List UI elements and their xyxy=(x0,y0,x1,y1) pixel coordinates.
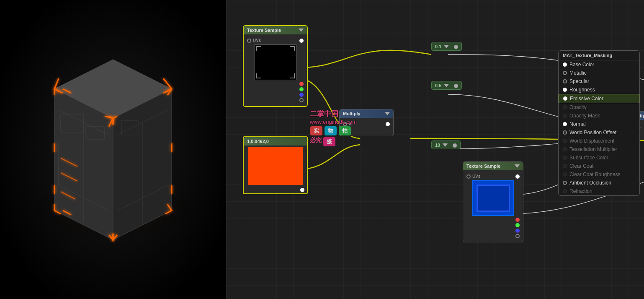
mat-pin-wpo-label: World Position Offset xyxy=(569,130,616,135)
mat-pin-opacity[interactable]: Opacity xyxy=(559,103,639,112)
pin-uvs[interactable] xyxy=(247,39,251,43)
mat-pin-specular[interactable]: Specular xyxy=(559,77,639,86)
texture-sample-1-title: Texture Sample xyxy=(247,28,281,33)
const-01-arrow[interactable] xyxy=(444,45,449,48)
pin-b[interactable] xyxy=(299,93,304,97)
mat-pin-normal-dot xyxy=(563,122,567,126)
multiply-1-header: Multiply xyxy=(340,109,393,118)
mat-pin-opacity-mask[interactable]: Opacity Mask xyxy=(559,112,639,120)
multiply-1-node[interactable]: Multiply A B xyxy=(339,109,394,136)
mat-pin-ao-label: Ambient Occlusion xyxy=(569,180,611,186)
mat-pin-normal[interactable]: Normal xyxy=(559,120,639,128)
mul1-out[interactable] xyxy=(386,122,390,126)
tex2-uvs-pin[interactable] xyxy=(466,174,471,179)
texture-sample-1-header: Texture Sample xyxy=(244,26,307,34)
material-output-node[interactable]: MAT_Texture_Masking Base Color Metallic … xyxy=(558,50,640,196)
mat-pin-basecolor-dot xyxy=(563,62,567,67)
mat-pin-subsurface-label: Subsurface Color xyxy=(569,155,608,161)
tex2-b-pin[interactable] xyxy=(515,229,520,233)
mat-pin-refraction[interactable]: Refraction xyxy=(559,187,639,195)
mat-pin-opacity-label: Opacity xyxy=(569,104,587,110)
mat-pin-roughness[interactable]: Roughness xyxy=(559,86,639,94)
badge-shi: 实 xyxy=(310,126,322,135)
badge-bi: 必究 xyxy=(310,137,322,147)
mat-pin-roughness-dot xyxy=(563,88,567,92)
const-10-arrow[interactable] xyxy=(443,143,448,147)
preview-panel xyxy=(0,0,226,299)
mat-pin-tess-label: Tessellation Multiplier xyxy=(569,146,617,152)
pin-uvs-label: UVs xyxy=(253,38,261,43)
graph-panel[interactable]: Texture Sample UVs xyxy=(226,0,644,299)
mat-pin-opacity-mask-dot xyxy=(563,114,567,118)
mat-pin-tess[interactable]: Tessellation Multiplier xyxy=(559,145,639,153)
color-out-pin[interactable] xyxy=(300,188,304,192)
tex2-a-pin[interactable] xyxy=(515,234,520,238)
mat-pin-refraction-label: Refraction xyxy=(569,188,592,194)
mat-pin-metallic-dot xyxy=(563,71,567,75)
color-const-node[interactable]: 1,0.0462,0 xyxy=(243,136,308,194)
cube-preview xyxy=(21,34,205,265)
mat-output-title: MAT_Texture_Masking xyxy=(563,53,612,58)
mul1-pin-b-label: B xyxy=(349,127,352,132)
mat-pin-clearcoat-label: Clear Coat xyxy=(569,163,593,169)
mul1-pin-b-in[interactable] xyxy=(343,128,347,132)
mat-pin-wd-label: World Displacement xyxy=(569,138,614,144)
pin-out-white[interactable] xyxy=(299,39,304,43)
const-01-node[interactable]: 0.1 xyxy=(431,42,462,51)
mat-pin-subsurface[interactable]: Subsurface Color xyxy=(559,153,639,162)
mat-pin-opacity-mask-label: Opacity Mask xyxy=(569,113,600,119)
mat-pin-ccr[interactable]: Clear Coat Roughness xyxy=(559,170,639,179)
mul1-pin-a-label: A xyxy=(349,122,352,126)
mat-pin-refraction-dot xyxy=(563,189,567,193)
mat-pin-ao[interactable]: Ambient Occlusion xyxy=(559,179,639,187)
mat-pin-metallic-label: Metallic xyxy=(569,70,587,76)
tex2-out-white[interactable] xyxy=(515,174,520,179)
texture-preview-1 xyxy=(255,44,296,80)
tex2-uvs-label: UVs xyxy=(472,174,480,179)
pin-a[interactable] xyxy=(299,98,304,102)
mat-pin-clearcoat[interactable]: Clear Coat xyxy=(559,162,639,170)
cube-svg xyxy=(21,34,205,265)
mat-pin-specular-dot xyxy=(563,79,567,83)
mat-pin-normal-label: Normal xyxy=(569,121,586,127)
mat-pin-emissive-dot xyxy=(563,96,567,101)
const-05-arrow[interactable] xyxy=(444,84,449,87)
const-05-pin[interactable] xyxy=(454,84,458,88)
mat-pin-roughness-label: Roughness xyxy=(569,87,595,93)
tex2-g-pin[interactable] xyxy=(515,223,520,227)
mat-pin-emissive[interactable]: Emissive Color xyxy=(559,94,639,103)
mat-pin-wpo[interactable]: World Position Offset xyxy=(559,128,639,137)
const-05-node[interactable]: 0.5 xyxy=(431,81,462,90)
const-10-pin[interactable] xyxy=(453,143,457,148)
mul1-pin-a-in[interactable] xyxy=(343,122,347,126)
mat-pin-specular-label: Specular xyxy=(569,78,589,84)
texture-sample-2-node[interactable]: Texture Sample UVs xyxy=(463,161,523,242)
color-const-value: 1,0.0462,0 xyxy=(247,139,269,144)
mat-pin-ccr-dot xyxy=(563,172,567,177)
texture-sample-1-node[interactable]: Texture Sample UVs xyxy=(243,25,308,107)
mat-pin-ao-dot xyxy=(563,181,567,185)
mat-pin-metallic[interactable]: Metallic xyxy=(559,69,639,77)
collapse-arrow-1[interactable] xyxy=(299,29,304,32)
pin-r[interactable] xyxy=(299,82,304,86)
collapse-arrow-2[interactable] xyxy=(515,164,520,168)
mat-pin-emissive-label: Emissive Color xyxy=(570,96,603,101)
mat-output-header: MAT_Texture_Masking xyxy=(559,51,639,60)
tex2-r-pin[interactable] xyxy=(515,218,520,222)
mat-pin-wd[interactable]: World Displacement xyxy=(559,137,639,145)
const-10-node[interactable]: 10 xyxy=(431,140,461,149)
mat-pin-basecolor[interactable]: Base Color xyxy=(559,60,639,69)
pin-g[interactable] xyxy=(299,87,304,91)
const-01-value: 0.1 xyxy=(435,44,441,49)
const-01-pin[interactable] xyxy=(454,45,458,49)
badge-wu: 物 xyxy=(325,126,337,135)
const-05-value: 0.5 xyxy=(435,83,441,88)
mat-pin-ccr-label: Clear Coat Roughness xyxy=(569,172,620,177)
mat-pin-subsurface-dot xyxy=(563,156,567,160)
multiply-1-arrow[interactable] xyxy=(385,112,390,115)
mat-pin-wd-dot xyxy=(563,139,567,143)
watermark-badges-2: 必究 摄 xyxy=(310,137,357,147)
color-const-header: 1,0.0462,0 xyxy=(244,137,307,146)
mat-pin-wpo-dot xyxy=(563,130,567,135)
badge-she: 摄 xyxy=(323,137,335,146)
